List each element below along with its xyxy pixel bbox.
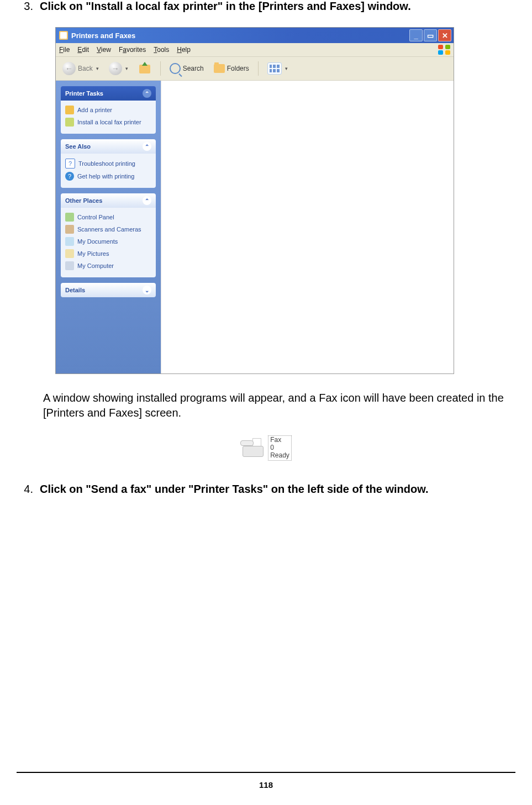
back-arrow-icon: ←	[62, 62, 76, 75]
sidebar-item-scanners[interactable]: Scanners and Cameras	[65, 223, 151, 235]
sidebar-label-get-help: Get help with printing	[77, 173, 134, 180]
control-panel-icon	[65, 213, 74, 222]
panel-header-details[interactable]: Details ⌄	[61, 283, 156, 297]
sidebar-item-install-fax[interactable]: Install a local fax printer	[65, 116, 151, 128]
computer-icon	[65, 261, 74, 270]
panel-title-see-also: See Also	[65, 143, 91, 150]
sidebar-item-my-documents[interactable]: My Documents	[65, 235, 151, 248]
panel-details: Details ⌄	[61, 283, 156, 297]
step-4: 4. Click on "Send a fax" under "Printer …	[17, 483, 515, 496]
step-3-number: 3.	[17, 0, 33, 13]
views-button[interactable]: ▾	[264, 61, 291, 76]
panel-header-see-also[interactable]: See Also ⌃	[61, 139, 156, 154]
chevron-up-icon: ⌃	[143, 89, 151, 98]
minimize-button[interactable]: _	[409, 29, 423, 41]
step-4-number: 4.	[17, 483, 33, 496]
toolbar-separator	[160, 61, 161, 76]
sidebar-label-scanners: Scanners and Cameras	[77, 226, 141, 233]
sidebar-label-my-computer: My Computer	[77, 262, 114, 269]
menu-view[interactable]: View	[97, 46, 111, 54]
views-dropdown-icon: ▾	[285, 66, 288, 71]
panel-title-other-places: Other Places	[65, 197, 102, 204]
menu-edit[interactable]: Edit	[77, 46, 89, 54]
chevron-up-icon: ⌃	[143, 196, 151, 205]
scanner-icon	[65, 225, 74, 234]
menu-help[interactable]: Help	[177, 46, 191, 54]
window-title-icon	[59, 31, 68, 40]
sidebar-item-add-printer[interactable]: Add a printer	[65, 104, 151, 116]
help-info-icon: ?	[65, 172, 74, 181]
fax-icon-status: Ready	[270, 452, 289, 460]
menubar: File Edit View Favorites Tools Help	[56, 43, 454, 57]
window-title: Printers and Faxes	[71, 31, 409, 40]
step-4-text: Click on "Send a fax" under "Printer Tas…	[40, 483, 515, 496]
sidebar-label-control-panel: Control Panel	[77, 214, 114, 220]
panel-other-places: Other Places ⌃ Control Panel Scanners an…	[61, 193, 156, 277]
sidebar-label-my-pictures: My Pictures	[77, 250, 109, 257]
chevron-up-icon: ⌃	[143, 142, 151, 151]
sidebar-item-control-panel[interactable]: Control Panel	[65, 211, 151, 223]
help-question-icon: ?	[65, 159, 75, 169]
page-number: 118	[0, 780, 532, 790]
step-3-text: Click on "Install a local fax printer" i…	[40, 0, 515, 13]
result-note: A window showing installed programs will…	[43, 391, 515, 420]
back-label: Back	[78, 65, 93, 72]
panel-header-printer-tasks[interactable]: Printer Tasks ⌃	[61, 86, 156, 101]
search-icon	[170, 63, 181, 74]
folders-label: Folders	[227, 65, 249, 72]
sidebar-item-get-help[interactable]: ? Get help with printing	[65, 170, 151, 182]
panel-see-also: See Also ⌃ ? Troubleshoot printing ? Get…	[61, 139, 156, 188]
maximize-button[interactable]: ▭	[424, 29, 437, 41]
screenshot-printers-and-faxes: Printers and Faxes _ ▭ ✕ File Edit View …	[55, 27, 515, 374]
sidebar-label-troubleshoot: Troubleshoot printing	[78, 160, 135, 167]
content-area	[161, 81, 454, 373]
toolbar: ← Back ▾ → ▾ Search Folder	[56, 57, 454, 81]
fax-icon-name: Fax	[270, 436, 289, 444]
documents-icon	[65, 237, 74, 246]
fax-printer-icon	[65, 118, 74, 127]
sidebar-label-add-printer: Add a printer	[77, 107, 112, 113]
printer-icon	[65, 106, 74, 114]
forward-arrow-icon: →	[109, 62, 122, 75]
folders-button[interactable]: Folders	[210, 62, 252, 75]
xp-window: Printers and Faxes _ ▭ ✕ File Edit View …	[55, 27, 454, 374]
menu-file[interactable]: File	[59, 46, 70, 54]
sidebar-label-my-documents: My Documents	[77, 238, 118, 245]
sidebar-label-install-fax: Install a local fax printer	[77, 119, 141, 125]
footer-divider	[17, 772, 515, 773]
windows-logo-icon	[438, 45, 450, 55]
search-button[interactable]: Search	[166, 61, 207, 76]
back-button[interactable]: ← Back ▾	[59, 60, 102, 77]
panel-title-printer-tasks: Printer Tasks	[65, 90, 103, 97]
forward-dropdown-icon: ▾	[125, 66, 128, 71]
up-button[interactable]	[135, 61, 155, 76]
forward-button[interactable]: → ▾	[106, 60, 131, 77]
panel-printer-tasks: Printer Tasks ⌃ Add a printer Install a …	[61, 86, 156, 134]
window-body: Printer Tasks ⌃ Add a printer Install a …	[56, 81, 454, 373]
sidebar-item-troubleshoot[interactable]: ? Troubleshoot printing	[65, 157, 151, 170]
panel-header-other-places[interactable]: Other Places ⌃	[61, 193, 156, 208]
sidebar: Printer Tasks ⌃ Add a printer Install a …	[56, 81, 161, 373]
menu-tools[interactable]: Tools	[154, 46, 169, 54]
sidebar-item-my-computer[interactable]: My Computer	[65, 260, 151, 272]
fax-icon-label: Fax 0 Ready	[268, 435, 292, 460]
step-3: 3. Click on "Install a local fax printer…	[17, 0, 515, 13]
fax-icon-block: Fax 0 Ready	[17, 435, 515, 460]
sidebar-item-my-pictures[interactable]: My Pictures	[65, 248, 151, 260]
chevron-down-icon: ⌄	[143, 286, 151, 294]
back-dropdown-icon: ▾	[96, 66, 99, 71]
panel-title-details: Details	[65, 287, 85, 293]
views-icon	[267, 62, 282, 75]
up-folder-icon	[138, 62, 151, 75]
fax-device-icon	[240, 438, 265, 458]
close-button[interactable]: ✕	[438, 29, 451, 41]
window-titlebar: Printers and Faxes _ ▭ ✕	[56, 28, 454, 43]
folders-icon	[214, 64, 225, 73]
toolbar-separator-2	[258, 61, 259, 76]
menu-favorites[interactable]: Favorites	[119, 46, 146, 54]
search-label: Search	[183, 65, 204, 72]
pictures-icon	[65, 249, 74, 258]
fax-icon-line2: 0	[270, 444, 289, 452]
